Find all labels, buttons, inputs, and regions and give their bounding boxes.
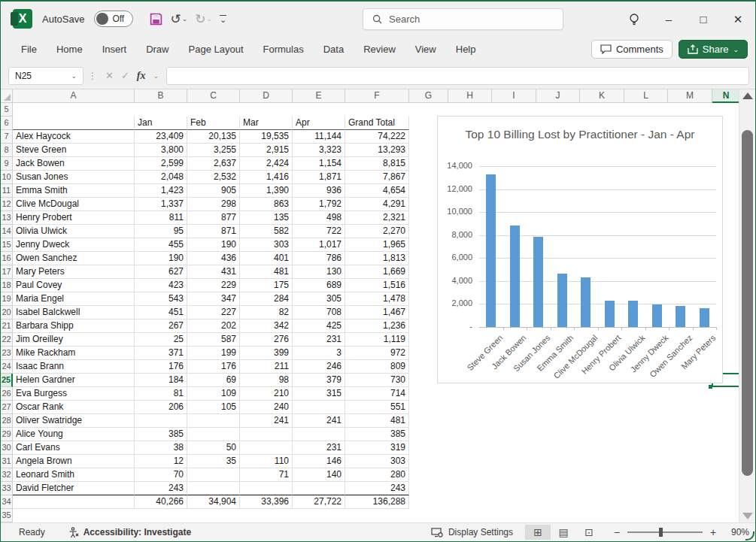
- row-header-28[interactable]: 28: [1, 414, 13, 428]
- cell-D26[interactable]: 210: [240, 387, 293, 401]
- cell-F14[interactable]: 2,270: [345, 225, 409, 238]
- undo-button[interactable]: ↺⌄: [168, 10, 190, 29]
- cell-A23[interactable]: Mike Rackham: [13, 347, 135, 360]
- row-header-16[interactable]: 16: [1, 252, 13, 265]
- view-normal-button[interactable]: ⊞: [525, 525, 551, 540]
- cell-B30[interactable]: 38: [135, 441, 187, 455]
- chart-bar-steve-green[interactable]: [486, 174, 496, 327]
- column-header-A[interactable]: A: [13, 89, 135, 103]
- cell-B18[interactable]: 423: [135, 279, 187, 292]
- cell-C11[interactable]: 905: [187, 184, 240, 198]
- cell-A32[interactable]: Leonard Smith: [13, 468, 135, 482]
- cell-E25[interactable]: 379: [293, 374, 345, 387]
- column-header-N[interactable]: N: [712, 89, 740, 103]
- cell-B31[interactable]: 12: [135, 455, 187, 468]
- cell-C10[interactable]: 2,532: [187, 171, 240, 184]
- cell-A30[interactable]: Carl Evans: [13, 441, 135, 455]
- row-header-13[interactable]: 13: [1, 211, 13, 225]
- cell-C8[interactable]: 3,255: [187, 144, 240, 157]
- cell-B19[interactable]: 543: [135, 292, 187, 306]
- tab-home[interactable]: Home: [47, 38, 93, 60]
- chart-bar-henry-probert[interactable]: [605, 301, 615, 328]
- row-header-30[interactable]: 30: [1, 441, 13, 455]
- cell-F10[interactable]: 7,867: [345, 171, 409, 184]
- select-all-corner[interactable]: [1, 89, 13, 103]
- cell-E23[interactable]: 3: [293, 347, 345, 360]
- column-header-D[interactable]: D: [240, 89, 293, 103]
- cell-A15[interactable]: Jenny Dweck: [13, 238, 135, 252]
- cell-F17[interactable]: 1,669: [345, 265, 409, 279]
- view-page-layout-button[interactable]: ▤: [551, 525, 576, 540]
- cell-F29[interactable]: 385: [345, 428, 409, 441]
- cell-F31[interactable]: 303: [345, 455, 409, 468]
- cell-E34[interactable]: 27,722: [293, 495, 345, 509]
- customize-qat-button[interactable]: ⌄: [217, 14, 229, 24]
- cell-D34[interactable]: 33,396: [240, 495, 293, 509]
- row-header-12[interactable]: 12: [1, 198, 13, 211]
- cell-C29[interactable]: [187, 428, 240, 441]
- row-header-33[interactable]: 33: [1, 482, 13, 495]
- cell-C27[interactable]: 105: [187, 401, 240, 414]
- cell-B13[interactable]: 811: [135, 211, 187, 225]
- cell-F11[interactable]: 4,654: [345, 184, 409, 198]
- row-header-25[interactable]: 25: [1, 374, 13, 387]
- column-header-E[interactable]: E: [293, 89, 345, 103]
- cell-D27[interactable]: 240: [240, 401, 293, 414]
- cell-B17[interactable]: 627: [135, 265, 187, 279]
- cell-D22[interactable]: 276: [240, 333, 293, 347]
- chart-bar-olivia-ulwick[interactable]: [628, 301, 638, 327]
- row-header-8[interactable]: 8: [1, 144, 13, 157]
- cell-A31[interactable]: Angela Brown: [13, 455, 135, 468]
- row-header-31[interactable]: 31: [1, 455, 13, 468]
- cell-B21[interactable]: 267: [135, 319, 187, 333]
- cell-F18[interactable]: 1,516: [345, 279, 409, 292]
- zoom-slider[interactable]: [627, 531, 703, 533]
- cell-C28[interactable]: [187, 414, 240, 428]
- cell-F25[interactable]: 730: [345, 374, 409, 387]
- cell-C23[interactable]: 199: [187, 347, 240, 360]
- chart-bar-jack-bowen[interactable]: [510, 226, 520, 327]
- cell-D13[interactable]: 135: [240, 211, 293, 225]
- cell-E27[interactable]: [293, 401, 345, 414]
- tab-view[interactable]: View: [405, 38, 446, 60]
- formula-input[interactable]: [166, 67, 749, 85]
- tab-review[interactable]: Review: [354, 38, 405, 60]
- cell-C25[interactable]: 69: [187, 374, 240, 387]
- cell-E9[interactable]: 1,154: [293, 157, 345, 171]
- share-button[interactable]: Share ⌄: [679, 40, 748, 59]
- cell-B25[interactable]: 184: [135, 374, 187, 387]
- column-header-B[interactable]: B: [135, 89, 187, 103]
- cell-C7[interactable]: 20,135: [187, 130, 240, 144]
- cell-E13[interactable]: 498: [293, 211, 345, 225]
- cell-B15[interactable]: 455: [135, 238, 187, 252]
- cell-F23[interactable]: 972: [345, 347, 409, 360]
- cell-F7[interactable]: 74,222: [345, 130, 409, 144]
- row-header-6[interactable]: 6: [1, 117, 13, 130]
- cell-E31[interactable]: 146: [293, 455, 345, 468]
- cell-B22[interactable]: 25: [135, 333, 187, 347]
- cell-D20[interactable]: 82: [240, 306, 293, 319]
- cell-D24[interactable]: 211: [240, 360, 293, 374]
- cell-D14[interactable]: 582: [240, 225, 293, 238]
- column-header-C[interactable]: C: [187, 89, 240, 103]
- tab-page-layout[interactable]: Page Layout: [179, 38, 254, 60]
- scroll-up-icon[interactable]: [742, 92, 753, 99]
- cell-F32[interactable]: 280: [345, 468, 409, 482]
- cell-F30[interactable]: 319: [345, 441, 409, 455]
- cell-D16[interactable]: 401: [240, 252, 293, 265]
- cell-B7[interactable]: 23,409: [135, 130, 187, 144]
- cell-E24[interactable]: 246: [293, 360, 345, 374]
- cell-A20[interactable]: Isabel Balckwell: [13, 306, 135, 319]
- cell-D7[interactable]: 19,535: [240, 130, 293, 144]
- cell-B20[interactable]: 451: [135, 306, 187, 319]
- cell-C12[interactable]: 298: [187, 198, 240, 211]
- cell-E21[interactable]: 425: [293, 319, 345, 333]
- chart-bar-emma-smith[interactable]: [557, 274, 567, 327]
- cell-A27[interactable]: Oscar Rank: [13, 401, 135, 414]
- cell-F28[interactable]: 481: [345, 414, 409, 428]
- cell-D19[interactable]: 284: [240, 292, 293, 306]
- cell-E6[interactable]: Apr: [293, 117, 345, 130]
- cell-E14[interactable]: 722: [293, 225, 345, 238]
- autosave-toggle[interactable]: Off: [94, 11, 133, 27]
- cell-D21[interactable]: 342: [240, 319, 293, 333]
